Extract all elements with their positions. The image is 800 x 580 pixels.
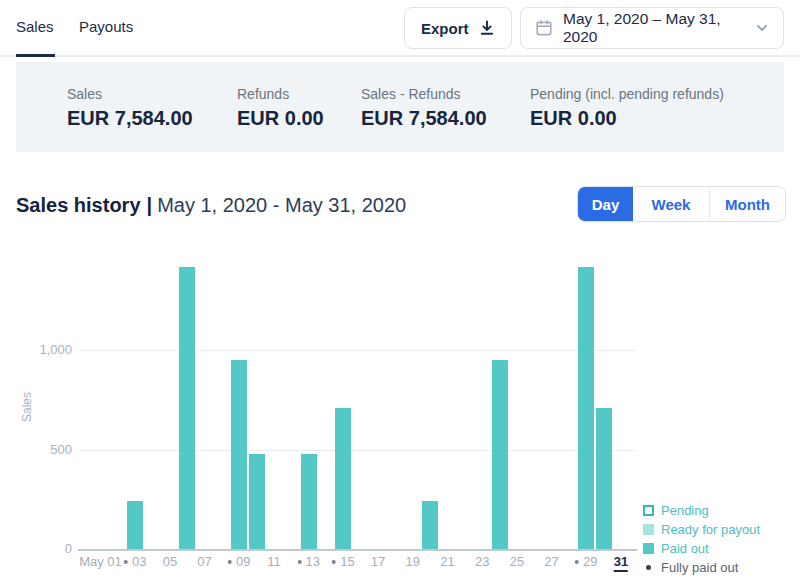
x-axis-label-text: 27 bbox=[544, 554, 558, 569]
gridline bbox=[80, 350, 637, 351]
stat-value: EUR 7,584.00 bbox=[67, 106, 193, 131]
section-subtitle: May 1, 2020 - May 31, 2020 bbox=[157, 194, 406, 216]
legend-label: Pending bbox=[661, 503, 709, 518]
x-axis-label-text: 17 bbox=[371, 554, 385, 569]
stat-label: Pending (incl. pending refunds) bbox=[530, 85, 724, 103]
sales-dashboard: Sales Payouts Export May 1, 2020 – May 3… bbox=[0, 0, 800, 580]
toggle-month-button[interactable]: Month bbox=[709, 187, 785, 221]
fully-paid-out-dot bbox=[332, 560, 336, 564]
x-axis-label-23: 23 bbox=[475, 554, 489, 569]
fully-paid-out-dot bbox=[575, 560, 579, 564]
x-axis-label-03: 03 bbox=[124, 554, 146, 569]
top-tab-bar: Sales Payouts Export May 1, 2020 – May 3… bbox=[0, 0, 800, 57]
chart-legend: PendingReady for payoutPaid outFully pai… bbox=[643, 503, 760, 575]
stat-value: EUR 7,584.00 bbox=[361, 106, 487, 131]
x-axis-label-17: 17 bbox=[371, 554, 385, 569]
stat-refunds: Refunds EUR 0.00 bbox=[237, 85, 324, 131]
toggle-day-button[interactable]: Day bbox=[578, 187, 633, 221]
legend-item-ready-for-payout: Ready for payout bbox=[643, 522, 760, 537]
tab-payouts[interactable]: Payouts bbox=[79, 18, 133, 35]
bar-may-29[interactable] bbox=[578, 267, 594, 549]
x-axis-label-text: 25 bbox=[510, 554, 524, 569]
x-axis-label-text: 05 bbox=[163, 554, 177, 569]
x-axis-label-11: 11 bbox=[267, 554, 281, 569]
x-axis-label-text: 11 bbox=[267, 554, 281, 569]
toggle-week-button[interactable]: Week bbox=[633, 187, 709, 221]
stat-sales-minus-refunds: Sales - Refunds EUR 7,584.00 bbox=[361, 85, 487, 131]
y-tick-label: 0 bbox=[0, 541, 72, 556]
chevron-down-icon bbox=[755, 21, 769, 35]
bar-may-30[interactable] bbox=[596, 408, 612, 549]
x-axis-label-13: 13 bbox=[297, 554, 319, 569]
legend-item-fully-paid-out: Fully paid out bbox=[643, 560, 760, 575]
bar-may-24[interactable] bbox=[492, 360, 508, 549]
x-axis-label-29: 29 bbox=[575, 554, 597, 569]
x-axis-label-07: 07 bbox=[197, 554, 211, 569]
download-icon bbox=[479, 20, 495, 36]
title-separator: | bbox=[147, 194, 153, 216]
y-axis-label: Sales bbox=[20, 377, 34, 437]
stat-value: EUR 0.00 bbox=[237, 106, 324, 131]
stat-label: Refunds bbox=[237, 85, 324, 103]
x-axis-label-text: 15 bbox=[340, 554, 354, 569]
active-tab-underline bbox=[16, 54, 55, 57]
tab-sales[interactable]: Sales bbox=[16, 18, 54, 35]
bar-may-10[interactable] bbox=[249, 454, 265, 550]
sales-bar-chart: Sales PendingReady for payoutPaid outFul… bbox=[0, 250, 800, 580]
gridline bbox=[80, 450, 637, 451]
x-axis-line bbox=[78, 549, 637, 551]
x-axis-label-27: 27 bbox=[544, 554, 558, 569]
export-button[interactable]: Export bbox=[404, 7, 512, 49]
x-axis-label-text: May 01 bbox=[79, 554, 122, 569]
x-axis-label-text: 21 bbox=[440, 554, 454, 569]
legend-swatch-light bbox=[643, 524, 654, 535]
x-axis-label-05: 05 bbox=[163, 554, 177, 569]
x-axis-label-may-01: May 01 bbox=[79, 554, 122, 569]
x-axis-label-15: 15 bbox=[332, 554, 354, 569]
stat-pending: Pending (incl. pending refunds) EUR 0.00 bbox=[530, 85, 724, 131]
section-title-text: Sales history bbox=[16, 194, 141, 216]
stat-label: Sales - Refunds bbox=[361, 85, 487, 103]
x-axis-label-09: 09 bbox=[228, 554, 250, 569]
y-tick-label: 500 bbox=[0, 442, 72, 457]
bar-may-15[interactable] bbox=[335, 408, 351, 549]
x-axis-label-19: 19 bbox=[406, 554, 420, 569]
date-range-label: May 1, 2020 – May 31, 2020 bbox=[563, 10, 745, 46]
x-axis-label-text: 03 bbox=[132, 554, 146, 569]
calendar-icon bbox=[535, 19, 553, 37]
bar-may-13[interactable] bbox=[301, 454, 317, 550]
bar-may-09[interactable] bbox=[231, 360, 247, 549]
legend-label: Ready for payout bbox=[661, 522, 760, 537]
legend-item-paid-out: Paid out bbox=[643, 541, 760, 556]
y-tick-label: 1,000 bbox=[0, 342, 72, 357]
legend-swatch-solid bbox=[643, 543, 654, 554]
bar-may-06[interactable] bbox=[179, 267, 195, 549]
x-axis-label-text: 09 bbox=[236, 554, 250, 569]
stats-strip: Sales EUR 7,584.00 Refunds EUR 0.00 Sale… bbox=[16, 62, 784, 152]
stat-value: EUR 0.00 bbox=[530, 106, 724, 131]
x-axis-label-text: 31 bbox=[614, 554, 628, 569]
granularity-toggle: Day Week Month bbox=[577, 186, 786, 222]
x-axis-label-text: 07 bbox=[197, 554, 211, 569]
x-axis-label-text: 23 bbox=[475, 554, 489, 569]
x-axis-label-text: 29 bbox=[583, 554, 597, 569]
legend-label: Paid out bbox=[661, 541, 709, 556]
export-label: Export bbox=[421, 20, 469, 37]
legend-label: Fully paid out bbox=[661, 560, 738, 575]
x-axis-label-text: 13 bbox=[305, 554, 319, 569]
legend-swatch-outline bbox=[643, 505, 654, 516]
date-range-button[interactable]: May 1, 2020 – May 31, 2020 bbox=[520, 7, 784, 49]
x-axis-label-31[interactable]: 31 bbox=[614, 554, 628, 572]
x-axis-label-21: 21 bbox=[440, 554, 454, 569]
fully-paid-out-dot bbox=[228, 560, 232, 564]
x-axis-label-25: 25 bbox=[510, 554, 524, 569]
fully-paid-out-dot bbox=[124, 560, 128, 564]
bar-may-20[interactable] bbox=[422, 501, 438, 549]
bar-may-03[interactable] bbox=[127, 501, 143, 549]
legend-swatch-dot bbox=[643, 562, 654, 573]
stat-sales: Sales EUR 7,584.00 bbox=[67, 85, 193, 131]
fully-paid-out-dot bbox=[297, 560, 301, 564]
sales-history-title: Sales history|May 1, 2020 - May 31, 2020 bbox=[16, 192, 406, 218]
legend-item-pending: Pending bbox=[643, 503, 760, 518]
stat-label: Sales bbox=[67, 85, 193, 103]
